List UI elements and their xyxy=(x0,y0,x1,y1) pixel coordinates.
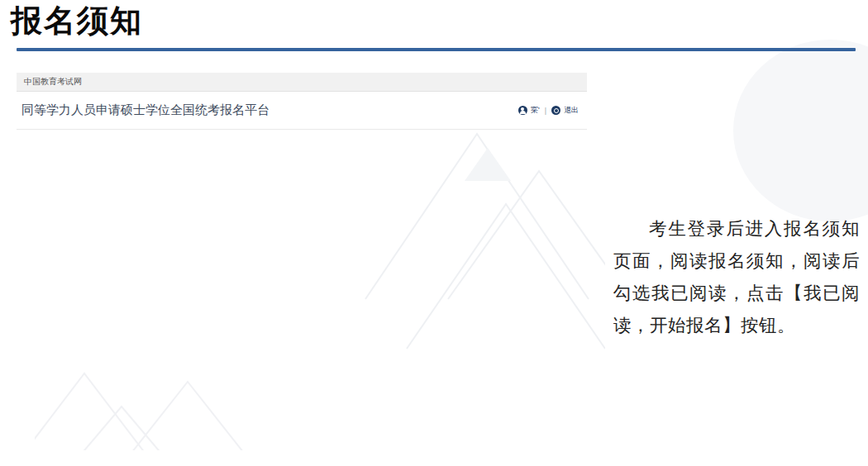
platform-title: 同等学力人员申请硕士学位全国统考报名平台 xyxy=(21,102,269,118)
user-area: 寀' | 退出 xyxy=(518,105,579,116)
webpage-screenshot: 中国教育考试网 同等学力人员申请硕士学位全国统考报名平台 寀' | 退出 xyxy=(17,73,587,450)
instruction-note: 考生登录后进入报名须知页面，阅读报名须知，阅读后勾选我已阅读，点击【我已阅读，开… xyxy=(613,213,860,342)
username-link[interactable]: 寀' xyxy=(531,105,540,116)
topbar-site-name: 中国教育考试网 xyxy=(24,77,82,86)
mountain-watermark xyxy=(35,130,605,450)
page-title: 报名须知 xyxy=(11,0,143,42)
logout-button[interactable]: 退出 xyxy=(564,105,579,116)
user-avatar-icon xyxy=(518,106,527,115)
logout-icon xyxy=(551,106,560,115)
background-circle-decoration xyxy=(733,40,868,221)
notice-content: 报名须知 同等学力申请硕士学位考试报名注意事项如下： 一、报名时间 同等学力申请… xyxy=(17,130,587,450)
slide: 报名须知 中国教育考试网 同等学力人员申请硕士学位全国统考报名平台 寀' | 退… xyxy=(0,0,868,466)
header-divider: | xyxy=(545,107,546,115)
title-divider xyxy=(17,48,856,51)
site-header: 同等学力人员申请硕士学位全国统考报名平台 寀' | 退出 xyxy=(17,92,587,130)
browser-topbar: 中国教育考试网 xyxy=(17,73,587,92)
